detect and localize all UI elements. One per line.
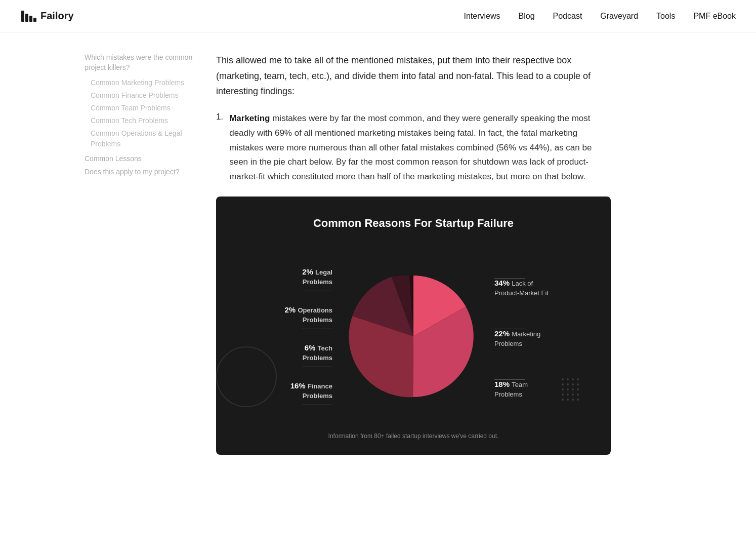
chart-line-tech [302,367,332,367]
chart-title: Common Reasons For Startup Failure [231,217,596,230]
logo-text: Failory [40,10,74,22]
chart-area: 2% LegalProblems 2% OperationsProblems 6… [231,250,596,422]
chart-label-pmf: 34% Lack ofProduct-Market Fit [494,274,596,298]
svg-point-4 [562,378,564,380]
sidebar-item-finance[interactable]: Common Finance Problems [91,90,196,101]
svg-point-9 [567,383,569,385]
article-content: This allowed me to take all of the menti… [216,53,611,455]
svg-point-6 [572,378,574,380]
chart-line-legal [302,291,332,291]
pie-chart-svg [343,265,484,407]
svg-point-11 [577,383,579,385]
nav-pmf-ebook[interactable]: PMF eBook [693,12,736,21]
chart-label-legal: 2% LegalProblems [231,267,332,291]
svg-point-10 [572,383,574,385]
chart-label-ops: 2% OperationsProblems [231,305,332,329]
chart-container: Common Reasons For Startup Failure 2% Le… [216,197,611,455]
deco-dots [560,377,591,407]
main-nav: Interviews Blog Podcast Graveyard Tools … [464,12,736,21]
svg-point-19 [577,394,579,396]
nav-tools[interactable]: Tools [656,12,675,21]
chart-pct-finance: 16% FinanceProblems [290,381,332,401]
deco-circle [216,346,277,407]
nav-podcast[interactable]: Podcast [553,12,582,21]
list-number-1: 1. [216,111,223,184]
svg-rect-1 [25,14,28,22]
svg-point-14 [572,388,574,390]
svg-point-22 [572,399,574,401]
svg-point-5 [567,378,569,380]
chart-label-mktg: 22% MarketingProblems [494,325,596,348]
sidebar-item-lessons[interactable]: Common Lessons [85,154,196,163]
svg-point-23 [577,399,579,401]
svg-point-20 [562,399,564,401]
chart-line-ops [302,329,332,329]
chart-pct-pmf: 34% [494,279,512,287]
list-text-1: Marketing mistakes were by far the most … [229,111,611,184]
list-item-1: 1. Marketing mistakes were by far the mo… [216,111,611,184]
svg-point-18 [572,394,574,396]
chart-pct-tech: 6% TechProblems [303,343,332,363]
svg-rect-0 [21,11,24,22]
svg-point-12 [562,388,564,390]
nav-graveyard[interactable]: Graveyard [600,12,638,21]
sidebar-sub-list: Common Marketing Problems Common Finance… [85,77,196,149]
chart-line-finance [302,405,332,405]
sidebar-item-operations[interactable]: Common Operations & Legal Problems [91,128,196,149]
main-content: Which mistakes were the common project k… [74,32,682,475]
chart-pct-legal: 2% LegalProblems [302,267,332,287]
svg-point-16 [562,394,564,396]
sidebar-item-marketing[interactable]: Common Marketing Problems [91,77,196,88]
sidebar-item-tech[interactable]: Common Tech Problems [91,115,196,126]
logo[interactable]: Failory [20,8,74,24]
svg-point-8 [562,383,564,385]
svg-rect-2 [29,16,32,22]
sidebar: Which mistakes were the common project k… [85,53,196,455]
sidebar-item-team[interactable]: Common Team Problems [91,103,196,113]
nav-interviews[interactable]: Interviews [464,12,500,21]
sidebar-item-apply[interactable]: Does this apply to my project? [85,168,196,176]
chart-pct-ops: 2% OperationsProblems [285,305,332,325]
svg-point-15 [577,388,579,390]
header: Failory Interviews Blog Podcast Graveyar… [0,0,756,32]
svg-point-13 [567,388,569,390]
chart-footnote: Information from 80+ failed startup inte… [231,433,596,440]
sidebar-item-mistakes[interactable]: Which mistakes were the common project k… [85,53,196,72]
nav-blog[interactable]: Blog [519,12,535,21]
chart-pct-team-r: 18% [494,380,512,388]
chart-desc-ops: OperationsProblems [298,306,332,324]
list-text-body-1: mistakes were by far the most common, an… [229,113,592,182]
svg-point-17 [567,394,569,396]
intro-paragraph: This allowed me to take all of the menti… [216,53,611,99]
svg-point-21 [567,399,569,401]
chart-desc-finance: FinanceProblems [303,382,332,400]
logo-icon [20,8,36,24]
chart-pct-mktg: 22% [494,329,512,338]
svg-rect-3 [33,18,36,22]
list-keyword-1: Marketing [229,113,270,123]
svg-point-7 [577,378,579,380]
